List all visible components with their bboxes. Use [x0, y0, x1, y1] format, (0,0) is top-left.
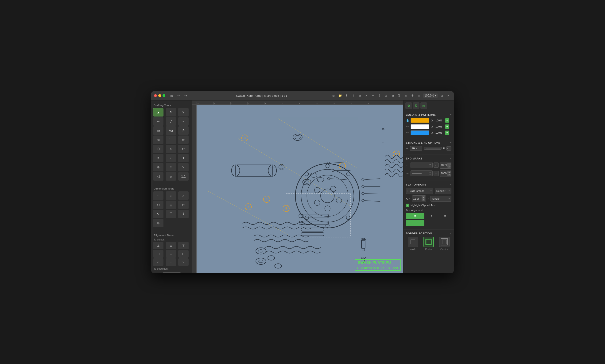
cross-tool-button[interactable]: ✕ — [178, 163, 189, 171]
close-button[interactable] — [154, 94, 157, 97]
color-add-btn-2[interactable]: + — [445, 124, 449, 129]
align-center-text-btn[interactable]: ≡ — [425, 213, 438, 219]
align-br-btn[interactable]: ↘ — [178, 258, 189, 266]
circle-tool-button[interactable]: ◎ — [153, 135, 164, 144]
horiz-dim-button[interactable]: ↔ — [153, 191, 164, 200]
align-bl-btn[interactable]: ↙ — [153, 258, 164, 266]
sidebar-toggle-icon[interactable]: ⊞ — [169, 93, 174, 98]
font-name-dropdown[interactable]: Lucida Grande ▾ — [406, 188, 433, 194]
connect-icon[interactable]: ⛓ — [397, 93, 402, 98]
person-tool-button[interactable]: ☺ — [166, 163, 176, 171]
end-marks-collapse-btn[interactable]: ▾ — [450, 157, 451, 160]
stroke-style-dropdown[interactable]: ▾ — [446, 146, 451, 151]
end-mark-up-1-btn[interactable]: ▲ — [447, 163, 451, 165]
font-size-up-btn[interactable]: ▲ — [422, 196, 425, 199]
end-mark-start-dropdown[interactable]: ▲ ▼ — [411, 162, 433, 168]
panel-grid-icon[interactable]: ⊞ — [420, 102, 427, 109]
radius-dim-button[interactable]: ◎ — [166, 201, 176, 209]
panel-layers-icon[interactable]: ⧉ — [413, 102, 419, 109]
settings-icon[interactable]: ⚙ — [410, 93, 415, 98]
eyedrop-tool-button[interactable]: ◁ — [153, 172, 164, 181]
stamp-tool-button[interactable]: ⊕ — [178, 135, 189, 144]
resize-tool-button[interactable]: ⤡ — [178, 108, 189, 117]
stroke-style-container[interactable] — [424, 147, 442, 150]
border-outside-option[interactable]: Outside — [439, 237, 450, 251]
diameter-dim-button[interactable]: ⊘ — [178, 201, 189, 209]
angle-dim-button[interactable]: ⇗ — [178, 191, 189, 200]
align-bc-btn[interactable]: ↓ — [166, 258, 176, 266]
align-left-btn[interactable]: ⊣ — [153, 250, 164, 258]
color-swatch-3[interactable] — [411, 130, 429, 135]
node-tool-button[interactable]: ⛌ — [166, 145, 176, 153]
angle2-dim-button[interactable]: ⌇ — [178, 210, 189, 218]
snap-tool-button[interactable]: ⊕ — [153, 163, 164, 171]
export-icon[interactable]: ⊡ — [331, 93, 336, 98]
align-left-text-btn[interactable]: ≡ — [406, 213, 425, 219]
font-size-input[interactable]: 12 pt ▲ ▼ — [412, 195, 426, 202]
flip-v-icon[interactable]: ⇕ — [377, 93, 382, 98]
align-top-text-btn[interactable]: — — [406, 220, 425, 226]
zoom-control[interactable]: 100.0% ▾ — [423, 93, 438, 98]
shape-tool-button[interactable]: P — [178, 126, 189, 135]
maximize-button[interactable] — [163, 94, 165, 97]
align-right-text-btn[interactable]: ≡ — [439, 213, 451, 219]
polygon-tool-button[interactable]: ⬡ — [153, 145, 164, 153]
arrange-icon[interactable]: ⊠ — [384, 93, 389, 98]
vert-dim-button[interactable]: ↕ — [166, 191, 176, 200]
hatch-tool-button[interactable]: ≡ — [153, 154, 164, 162]
flip-h-icon[interactable]: ⇔ — [370, 93, 375, 98]
rect-tool-button[interactable]: ▭ — [153, 126, 164, 135]
magnify-tool-button[interactable]: ⌕ — [166, 172, 176, 181]
wave-tool-button[interactable]: ⌇ — [166, 154, 176, 162]
colors-collapse-btn[interactable]: ▾ — [450, 113, 451, 116]
minimize-button[interactable] — [158, 94, 161, 97]
stroke-weight-dropdown[interactable]: 2H ▾ — [410, 146, 422, 151]
stroke-collapse-btn[interactable]: ▾ — [450, 141, 451, 144]
color-add-btn-1[interactable]: + — [445, 118, 449, 123]
download-icon[interactable]: ⬇ — [344, 93, 349, 98]
ordinate-dim-button[interactable]: ⊕ — [153, 219, 164, 227]
align-top-btn[interactable]: ⊤ — [178, 242, 189, 249]
align-center-h-btn[interactable]: ⊞ — [166, 250, 176, 258]
end-mark-up-2-btn[interactable]: ▲ — [447, 171, 451, 173]
font-style-dropdown[interactable]: Regular ▾ — [435, 188, 451, 194]
leader-dim-button[interactable]: ↖ — [153, 210, 164, 218]
line-spacing-dropdown[interactable]: Single ▾ — [430, 196, 451, 202]
highlight-checkbox[interactable]: ✓ — [406, 204, 409, 207]
end-mark-down-2-btn[interactable]: ▼ — [447, 174, 451, 176]
select-tool-button[interactable]: ▲ — [153, 108, 164, 117]
table-icon[interactable]: ⊞ — [390, 93, 395, 98]
font-size-down-btn[interactable]: ▼ — [422, 199, 425, 201]
end-mark-pct-1[interactable]: 100% ▲ ▼ — [440, 162, 451, 169]
share-icon[interactable]: ⇪ — [351, 93, 356, 98]
folder-icon[interactable]: 📁 — [337, 93, 343, 98]
end-mark-expand-2-icon[interactable]: ⤢ — [434, 171, 439, 176]
end-mark-expand-1-icon[interactable]: ⤢ — [434, 163, 439, 168]
fit-page-icon[interactable]: ⊡ — [439, 93, 444, 98]
drawing-canvas[interactable]: 3 12 2 4 7 — [197, 105, 403, 273]
freeform-tool-button[interactable]: ⌒ — [166, 135, 176, 144]
pen-tool-button[interactable]: ✏ — [153, 117, 164, 126]
chain-dim-button[interactable]: ↤ — [153, 201, 164, 209]
layers2-icon[interactable]: ⊕ — [416, 93, 422, 98]
trim-tool-button[interactable]: ✂ — [178, 145, 189, 153]
panel-sliders-icon[interactable]: ⚙ — [405, 102, 412, 109]
color-swatch-1[interactable] — [411, 118, 429, 123]
layers-icon[interactable]: ⧉ — [357, 93, 362, 98]
text-options-collapse-btn[interactable]: ▾ — [450, 183, 451, 186]
fullscreen-icon[interactable]: ⤢ — [446, 93, 451, 98]
line-tool-button[interactable]: ╱ — [166, 117, 176, 126]
border-position-collapse-btn[interactable]: ▾ — [450, 232, 451, 234]
document-grid[interactable] — [162, 273, 181, 273]
border-center-option[interactable]: Center — [424, 237, 434, 251]
bezier-tool-button[interactable]: ~ — [178, 117, 189, 126]
align-right-btn[interactable]: ⊢ — [178, 250, 189, 258]
color-swatch-2[interactable] — [411, 124, 429, 129]
align-middle-text-btn[interactable]: — — [425, 220, 438, 226]
home-icon[interactable]: ⌂ — [403, 93, 408, 98]
align-bottom-btn[interactable]: ⊥ — [153, 242, 164, 249]
align-center-v-btn[interactable]: ⊟ — [166, 242, 176, 249]
transform-icon[interactable]: ⤢ — [364, 93, 369, 98]
star-tool-button[interactable]: ★ — [178, 154, 189, 162]
undo-icon[interactable]: ↩ — [176, 93, 181, 98]
